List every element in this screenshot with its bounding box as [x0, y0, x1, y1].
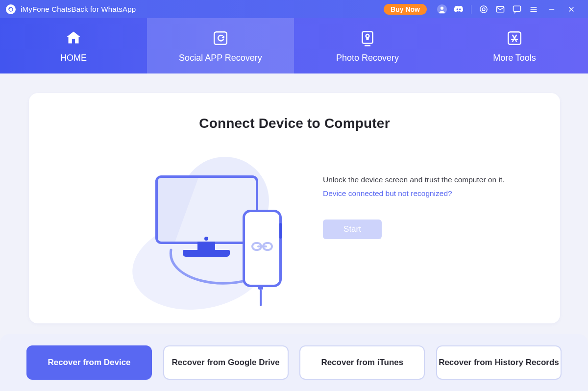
refresh-app-icon: [212, 28, 229, 48]
target-icon[interactable]: [478, 4, 489, 15]
discord-icon[interactable]: [453, 4, 464, 15]
card-heading: Connect Device to Computer: [29, 93, 560, 131]
minimize-button[interactable]: [546, 3, 558, 15]
nav-social-app-recovery[interactable]: Social APP Recovery: [147, 18, 294, 73]
connect-illustration: [127, 157, 294, 299]
photo-recovery-icon: [359, 28, 376, 48]
nav-home[interactable]: HOME: [0, 18, 147, 73]
home-icon: [64, 28, 83, 48]
instruction-text: Unlock the device screen and trust the c…: [323, 175, 531, 184]
svg-point-4: [482, 8, 485, 11]
main-nav: HOME Social APP Recovery Photo Recovery …: [0, 18, 588, 73]
buy-now-button[interactable]: Buy Now: [384, 4, 427, 15]
option-recover-from-itunes[interactable]: Recover from iTunes: [299, 345, 425, 380]
nav-label: HOME: [60, 53, 87, 63]
phone-cable-icon: [258, 285, 263, 304]
nav-label: More Tools: [493, 53, 536, 63]
nav-label: Social APP Recovery: [179, 53, 262, 63]
mail-icon[interactable]: [495, 4, 506, 15]
troubleshoot-link[interactable]: Device connected but not recognized?: [323, 189, 452, 198]
recovery-options-bar: Recover from Device Recover from Google …: [0, 334, 588, 391]
app-store-icon: [506, 28, 523, 48]
svg-point-15: [366, 34, 369, 38]
close-button[interactable]: [565, 3, 577, 15]
svg-point-3: [480, 5, 487, 12]
nav-label: Photo Recovery: [336, 53, 399, 63]
app-logo-icon: [6, 4, 16, 14]
titlebar: iMyFone ChatsBack for WhatsApp Buy Now: [0, 0, 588, 18]
option-recover-from-google-drive[interactable]: Recover from Google Drive: [163, 345, 289, 380]
menu-icon[interactable]: [528, 4, 539, 15]
svg-point-2: [441, 6, 443, 9]
feedback-icon[interactable]: [512, 4, 522, 15]
separator: [471, 5, 471, 14]
svg-rect-13: [214, 32, 227, 45]
account-icon[interactable]: [437, 4, 447, 15]
option-recover-from-device[interactable]: Recover from Device: [26, 345, 152, 380]
nav-more-tools[interactable]: More Tools: [441, 18, 588, 73]
start-button[interactable]: Start: [323, 220, 382, 239]
svg-rect-6: [514, 6, 521, 11]
instructions-pane: Unlock the device screen and trust the c…: [323, 175, 531, 239]
option-recover-from-history-records[interactable]: Recover from History Records: [436, 345, 562, 380]
content-area: Connect Device to Computer Unlock the de…: [0, 73, 588, 391]
link-icon: [250, 239, 274, 254]
connect-card: Connect Device to Computer Unlock the de…: [29, 93, 560, 323]
nav-photo-recovery[interactable]: Photo Recovery: [294, 18, 441, 73]
app-title: iMyFone ChatsBack for WhatsApp: [21, 5, 136, 13]
